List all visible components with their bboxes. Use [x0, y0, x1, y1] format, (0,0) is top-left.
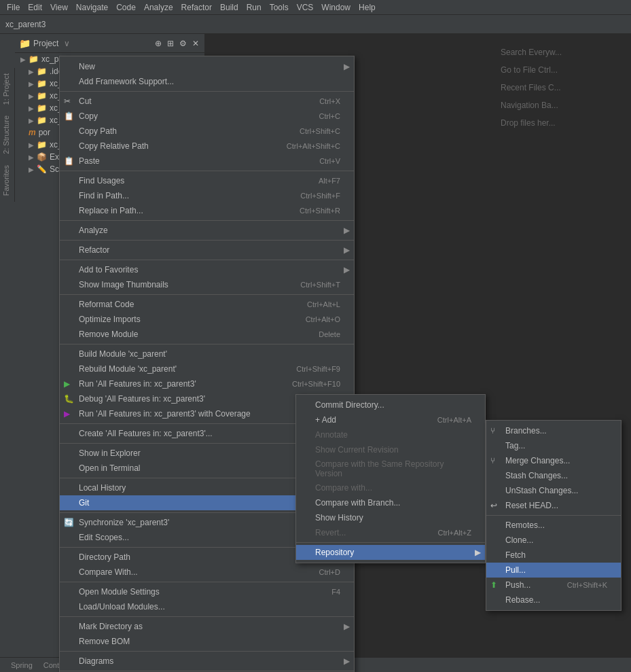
menu-refactor[interactable]: Refactor: [177, 1, 216, 14]
refactor-arrow: ▶: [344, 245, 350, 255]
menu-item-replace-in-path[interactable]: Replace in Path... Ctrl+Shift+R: [60, 203, 354, 218]
menu-file[interactable]: File: [3, 1, 24, 14]
menu-item-find-in-path-label: Find in Path...: [79, 191, 129, 200]
repo-menu-rebase[interactable]: Rebase...: [486, 593, 621, 607]
git-menu-compare-branch-label: Compare with Branch...: [315, 498, 400, 508]
menu-item-show-image[interactable]: Show Image Thumbnails Ctrl+Shift+T: [60, 277, 354, 292]
tab-structure[interactable]: 2: Structure: [0, 110, 14, 160]
panel-settings-icon[interactable]: ⊕: [154, 37, 163, 50]
menu-run[interactable]: Run: [242, 1, 266, 14]
repo-menu-remotes[interactable]: Remotes...: [486, 518, 621, 533]
git-menu-show-history[interactable]: Show History: [296, 510, 485, 525]
menu-item-build-module[interactable]: Build Module 'xc_parent': [60, 347, 354, 361]
git-menu-show-history-label: Show History: [315, 513, 363, 523]
menu-item-mark-directory-label: Mark Directory as: [79, 622, 143, 631]
repo-menu-clone[interactable]: Clone...: [486, 533, 621, 548]
menu-item-remove-bom[interactable]: Remove BOM: [60, 634, 354, 649]
repo-menu-branches[interactable]: ⑂ Branches...: [486, 423, 621, 438]
menu-item-reformat-label: Reformat Code: [79, 300, 134, 309]
bottom-tab-spring[interactable]: Spring: [5, 660, 38, 671]
tab-favorites[interactable]: Favorites: [0, 160, 14, 201]
menu-item-mark-directory[interactable]: Mark Directory as ▶: [60, 619, 354, 634]
git-menu-commit[interactable]: Commit Directory...: [296, 397, 485, 412]
menu-item-paste-label: Paste: [79, 156, 100, 166]
menu-item-reformat[interactable]: Reformat Code Ctrl+Alt+L: [60, 297, 354, 312]
repo-menu-merge[interactable]: ⑂ Merge Changes...: [486, 453, 621, 468]
git-menu-compare-branch[interactable]: Compare with Branch...: [296, 495, 485, 510]
menu-item-remove-module[interactable]: Remove Module Delete: [60, 327, 354, 342]
git-menu-add-label: + Add: [315, 415, 336, 425]
repo-menu-tag-label: Tag...: [505, 441, 525, 450]
menu-item-remove-bom-label: Remove BOM: [79, 637, 130, 646]
menu-item-optimize-imports[interactable]: Optimize Imports Ctrl+Alt+O: [60, 312, 354, 327]
menu-item-rebuild-module[interactable]: Rebuild Module 'xc_parent' Ctrl+Shift+F9: [60, 361, 354, 376]
menu-tools[interactable]: Tools: [266, 1, 293, 14]
git-menu-show-current-label: Show Current Revision: [315, 445, 399, 455]
git-menu-repository[interactable]: Repository ▶: [296, 545, 485, 560]
menu-item-cut[interactable]: ✂ Cut Ctrl+X: [60, 94, 354, 109]
menu-item-find-usages[interactable]: Find Usages Alt+F7: [60, 173, 354, 188]
repo-menu-fetch[interactable]: Fetch: [486, 548, 621, 563]
copy-relative-shortcut: Ctrl+Alt+Shift+C: [273, 142, 340, 150]
menu-code[interactable]: Code: [112, 1, 140, 14]
paste-shortcut: Ctrl+V: [306, 157, 340, 165]
menu-item-compare-with[interactable]: Compare With... Ctrl+D: [60, 565, 354, 580]
repo-menu-branches-label: Branches...: [505, 426, 547, 436]
menu-item-run-all-label: Run 'All Features in: xc_parent3': [79, 379, 196, 389]
menu-item-new[interactable]: New ▶: [60, 59, 354, 74]
menu-item-copy-path[interactable]: Copy Path Ctrl+Shift+C: [60, 124, 354, 139]
menu-vcs[interactable]: VCS: [293, 1, 318, 14]
separator-14: [60, 616, 354, 617]
menu-item-diagrams[interactable]: Diagrams ▶: [60, 654, 354, 669]
copy-icon: 📋: [64, 111, 74, 121]
replace-in-path-shortcut: Ctrl+Shift+R: [286, 207, 340, 215]
git-menu-compare-with2-label: Compare with...: [315, 483, 372, 493]
panel-layout-icon[interactable]: ⊞: [166, 37, 175, 50]
separator-5: [60, 260, 354, 260]
menu-item-load-unload[interactable]: Load/Unload Modules...: [60, 599, 354, 614]
menu-item-find-in-path[interactable]: Find in Path... Ctrl+Shift+F: [60, 188, 354, 203]
repo-menu-push[interactable]: ⬆ Push... Ctrl+Shift+K: [486, 578, 621, 593]
menu-help[interactable]: Help: [355, 1, 380, 14]
menu-window[interactable]: Window: [317, 1, 355, 14]
git-menu-repository-label: Repository: [315, 548, 354, 557]
repo-menu-tag[interactable]: Tag...: [486, 438, 621, 453]
menu-item-diagrams-label: Diagrams: [79, 656, 113, 666]
favorites-arrow: ▶: [344, 265, 350, 275]
menu-item-create-all-label: Create 'All Features in: xc_parent3'...: [79, 429, 213, 438]
menu-item-copy[interactable]: 📋 Copy Ctrl+C: [60, 109, 354, 124]
menu-item-copy-relative[interactable]: Copy Relative Path Ctrl+Alt+Shift+C: [60, 139, 354, 154]
menu-view[interactable]: View: [46, 1, 72, 14]
menu-item-refactor[interactable]: Refactor ▶: [60, 243, 354, 258]
git-menu-annotate: Annotate: [296, 427, 485, 442]
git-menu-compare-same-repo: Compare with the Same Repository Version: [296, 457, 485, 480]
repo-menu-pull[interactable]: Pull...: [486, 563, 621, 578]
menu-item-open-terminal-label: Open in Terminal: [79, 463, 141, 473]
repo-menu-unstash[interactable]: UnStash Changes...: [486, 483, 621, 498]
separator-15: [60, 651, 354, 652]
menu-build[interactable]: Build: [216, 1, 242, 14]
menu-edit[interactable]: Edit: [24, 1, 46, 14]
separator-4: [60, 240, 354, 241]
menu-analyze[interactable]: Analyze: [140, 1, 177, 14]
git-menu-add[interactable]: + Add Ctrl+Alt+A: [296, 412, 485, 427]
git-separator: [296, 542, 485, 543]
panel-gear-icon[interactable]: ⚙: [178, 37, 188, 50]
panel-close-icon[interactable]: ✕: [191, 37, 200, 50]
menu-item-open-module-settings[interactable]: Open Module Settings F4: [60, 584, 354, 599]
optimize-imports-shortcut: Ctrl+Alt+O: [292, 315, 340, 323]
menu-navigate[interactable]: Navigate: [72, 1, 112, 14]
tab-project[interactable]: 1: Project: [0, 68, 14, 110]
menu-item-add-favorites[interactable]: Add to Favorites ▶: [60, 262, 354, 277]
repo-menu-stash[interactable]: Stash Changes...: [486, 468, 621, 483]
menu-item-add-framework[interactable]: Add Framework Support...: [60, 74, 354, 89]
menu-item-load-unload-label: Load/Unload Modules...: [79, 602, 165, 612]
menu-item-optimize-imports-label: Optimize Imports: [79, 315, 141, 324]
reset-icon: ↩: [490, 501, 497, 510]
repo-menu-reset-head[interactable]: ↩ Reset HEAD...: [486, 498, 621, 513]
repo-menu-merge-label: Merge Changes...: [505, 456, 570, 465]
menu-item-run-all[interactable]: ▶ Run 'All Features in: xc_parent3' Ctrl…: [60, 376, 354, 391]
menu-item-paste[interactable]: 📋 Paste Ctrl+V: [60, 154, 354, 169]
menu-item-synchronize-label: Synchronize 'xc_parent3': [79, 518, 169, 527]
menu-item-analyze[interactable]: Analyze ▶: [60, 223, 354, 238]
